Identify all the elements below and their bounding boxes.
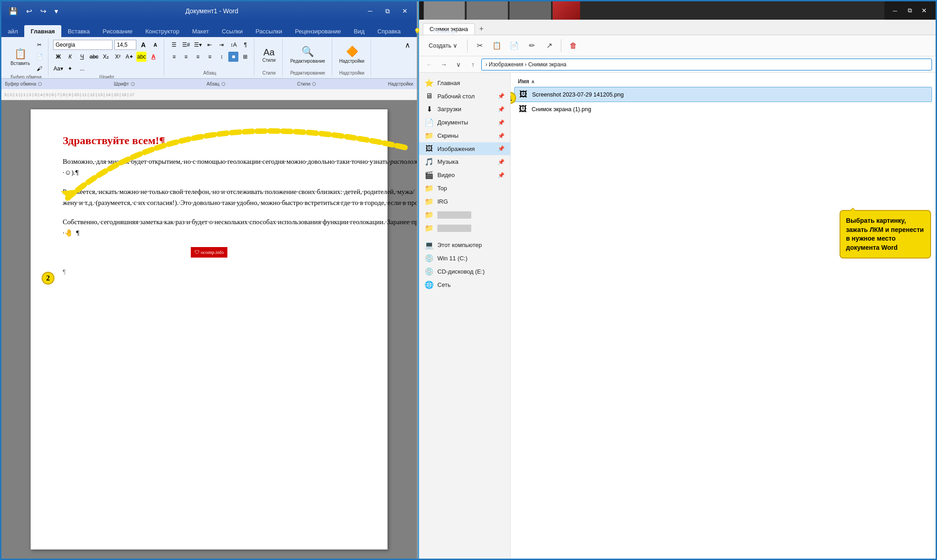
styles-expand-icon[interactable]: ⬡ (312, 81, 316, 86)
tab-more[interactable]: Помощн... (427, 25, 468, 37)
copy-toolbar-btn[interactable]: 📋 (490, 38, 504, 53)
align-right-btn[interactable]: ≡ (193, 52, 203, 62)
subscript-btn[interactable]: X₂ (101, 52, 111, 62)
sidebar-item-network[interactable]: 🌐 Сеть (419, 278, 510, 291)
decrease-indent-btn[interactable]: ⇤ (205, 40, 215, 50)
exp-minimize-btn[interactable]: ─ (888, 4, 902, 17)
sidebar-item-irg[interactable]: 📁 IRG (419, 195, 510, 208)
back-btn[interactable]: ← (423, 58, 436, 71)
show-marks-btn[interactable]: ¶ (240, 40, 250, 50)
paragraph-label: Абзац (203, 70, 216, 75)
italic-btn[interactable]: К (65, 52, 75, 62)
sidebar-item-screenshots-folder[interactable]: 📁 Скрины 📌 (419, 129, 510, 142)
bullets-btn[interactable]: ☰ (169, 40, 179, 50)
up-btn[interactable]: ↑ (467, 58, 479, 71)
fontcolor-btn[interactable]: A (148, 52, 158, 62)
sidebar-item-home[interactable]: ⭐ Главная (419, 76, 510, 90)
sidebar-item-cddrive[interactable]: 💿 CD-дисковод (E:) (419, 265, 510, 278)
tab-draw[interactable]: Рисование (96, 25, 139, 37)
document-area[interactable]: 2 Здравствуйте всем!¶ Возможно,·для·мног… (1, 100, 417, 559)
sidebar-item-music[interactable]: 🎵 Музыка 📌 (419, 155, 510, 168)
textfx-btn[interactable]: A✦ (124, 52, 135, 62)
close-btn[interactable]: ✕ (398, 5, 412, 17)
ribbon-collapse-btn[interactable]: ∧ (401, 39, 414, 51)
format-painter-btn[interactable]: 🖌 (34, 64, 44, 74)
highlight-btn[interactable]: abc (136, 52, 146, 62)
case-btn[interactable]: Aa▾ (53, 64, 63, 74)
paste-btn[interactable]: 📋 Вставить (8, 46, 32, 68)
increase-font-btn[interactable]: A (138, 40, 148, 50)
tab-home[interactable]: Главная (24, 25, 61, 37)
font-more-btn[interactable]: ... (77, 64, 87, 74)
sidebar-item-blurred2[interactable]: 📁 ████████ (419, 221, 510, 235)
tab-addins[interactable]: 💡 (407, 25, 427, 37)
sidebar-item-blurred1[interactable]: 📁 ████████ (419, 208, 510, 221)
word-save-icon[interactable]: 💾 (6, 6, 21, 16)
sort-btn[interactable]: ↕A (228, 40, 238, 50)
sidebar-item-documents[interactable]: 📄 Документы 📌 (419, 116, 510, 129)
create-btn[interactable]: Создать ∨ (424, 39, 463, 52)
align-center-btn[interactable]: ≡ (181, 52, 191, 62)
minimize-btn[interactable]: ─ (363, 5, 377, 17)
cut-toolbar-btn[interactable]: ✂ (472, 38, 487, 53)
address-path[interactable]: › Изображения › Снимки экрана (481, 59, 932, 70)
tab-design[interactable]: Конструктор (139, 25, 186, 37)
clear-format-btn[interactable]: ✦ (65, 64, 75, 74)
editing-btn[interactable]: 🔍 Редактирование (287, 44, 328, 65)
copy-btn[interactable]: 📄 (34, 52, 44, 62)
sidebar-item-downloads[interactable]: ⬇ Загрузки 📌 (419, 102, 510, 116)
word-customize-icon[interactable]: ▾ (52, 6, 61, 16)
para-expand-icon[interactable]: ⬡ (221, 81, 226, 86)
line-spacing-btn[interactable]: ↕ (216, 52, 226, 62)
exp-close-btn[interactable]: ✕ (917, 4, 931, 17)
exp-restore-btn[interactable]: ⧉ (903, 4, 916, 17)
file-item-screenshot[interactable]: 🖼 Screenshot 2023-07-29 141205.png (514, 87, 932, 102)
forward-btn[interactable]: → (437, 58, 450, 71)
tab-review[interactable]: Рецензирование (289, 25, 347, 37)
exp-tab-add-btn[interactable]: + (476, 23, 487, 35)
paste-toolbar-btn[interactable]: 📄 (507, 38, 522, 53)
decrease-font-btn[interactable]: A (150, 40, 160, 50)
recent-btn[interactable]: ∨ (452, 58, 465, 71)
shading-btn[interactable]: ■ (228, 52, 238, 62)
restore-btn[interactable]: ⧉ (380, 5, 395, 17)
word-undo-icon[interactable]: ↩ (23, 6, 35, 16)
underline-btn[interactable]: Ч (77, 52, 87, 62)
styles-btn[interactable]: Aa Стили (259, 45, 278, 65)
sidebar-item-top[interactable]: 📁 Top (419, 182, 510, 195)
font-expand-icon[interactable]: ⬡ (131, 81, 135, 86)
borders-btn[interactable]: ⊞ (240, 52, 250, 62)
share-toolbar-btn[interactable]: ↗ (542, 38, 556, 53)
numbering-btn[interactable]: ☰# (181, 40, 191, 50)
sidebar-item-thispc[interactable]: 💻 Этот компьютер (419, 238, 510, 252)
multilevel-btn[interactable]: ☰▾ (193, 40, 203, 50)
sidebar-item-video[interactable]: 🎬 Видео 📌 (419, 168, 510, 182)
tab-references[interactable]: Ссылки (215, 25, 249, 37)
tab-layout[interactable]: Макет (186, 25, 215, 37)
word-redo-icon[interactable]: ↪ (38, 6, 49, 16)
clipboard-expand-icon[interactable]: ⬡ (38, 81, 42, 86)
tab-insert[interactable]: Вставка (61, 25, 96, 37)
tab-help[interactable]: Справка (371, 25, 407, 37)
align-left-btn[interactable]: ≡ (169, 52, 179, 62)
cut-btn[interactable]: ✂ (34, 40, 44, 50)
tab-file[interactable]: айл (1, 25, 24, 37)
delete-toolbar-btn[interactable]: 🗑 (566, 38, 581, 53)
sidebar-item-desktop[interactable]: 🖥 Рабочий стол 📌 (419, 90, 510, 102)
sidebar-item-images[interactable]: 🖼 Изображения 📌 (419, 142, 510, 155)
font-name-input[interactable] (53, 40, 113, 50)
rename-toolbar-btn[interactable]: ✏ (524, 38, 539, 53)
tab-view[interactable]: Вид (347, 25, 371, 37)
strikethrough-btn[interactable]: abc (89, 52, 99, 62)
sidebar-item-win11[interactable]: 💿 Win 11 (C:) (419, 252, 510, 265)
justify-btn[interactable]: ≡ (205, 52, 215, 62)
file-item-snapshot[interactable]: 🖼 Снимок экрана (1).png (514, 102, 932, 116)
bold-btn[interactable]: Ж (53, 52, 63, 62)
tab-mailings[interactable]: Рассылки (249, 25, 288, 37)
ruler: 3·|·2·|·1·|·|·1·|·2·|·3·|·4·|·5·|·6·|·7·… (1, 89, 417, 100)
font-size-input[interactable] (114, 40, 136, 50)
increase-indent-btn[interactable]: ⇥ (216, 40, 226, 50)
paste-label: Вставить (11, 61, 30, 66)
addins-btn[interactable]: 🔶 Надстройки (337, 44, 367, 65)
superscript-btn[interactable]: X² (113, 52, 123, 62)
